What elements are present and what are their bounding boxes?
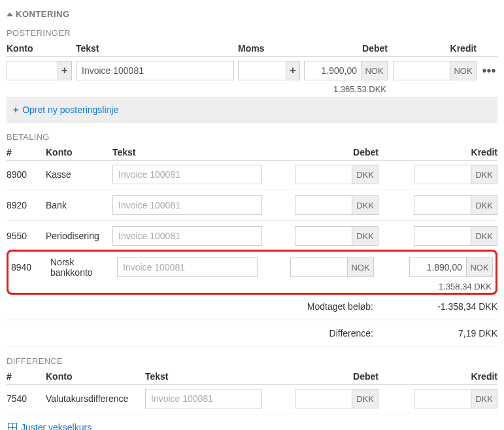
row-menu-button[interactable]: ••• [482,63,496,78]
payment-row: 8920 Bank DKK DKK [7,193,497,218]
betaling-title: BETALING [7,132,497,142]
section-title: KONTERING [16,9,70,19]
payment-row: 8900 Kasse DKK DKK [7,162,497,187]
plus-icon: + [13,105,18,115]
debet-input[interactable] [295,226,352,246]
table-icon [8,423,17,430]
hdr-kredit: Kredit [382,371,497,382]
kredit-input[interactable] [393,61,450,80]
converted-amount: 1.358,34 DKK [11,282,493,291]
row-num: 8920 [7,200,42,210]
hdr-konto: Konto [7,43,72,54]
tekst-input[interactable] [112,195,262,215]
row-konto: Kasse [46,169,109,180]
summary-row: Difference: 7,19 DKK [7,323,497,344]
highlighted-payment-row: 8940 Norsk bankkonto NOK NOK 1.358,34 DK… [7,250,497,295]
currency-badge: NOK [361,61,388,80]
summary-value: -1.358,34 DKK [393,301,497,312]
payment-row: 9550 Periodisering DKK DKK [7,223,497,248]
currency-badge: DKK [471,165,497,184]
posteringer-header-row: Konto Tekst Moms Debet Kredit [7,41,497,56]
kredit-input[interactable] [409,257,467,277]
currency-badge: DKK [471,389,497,408]
currency-badge: DKK [352,165,378,184]
row-konto: Valutakursdifference [46,393,141,404]
row-num: 8940 [11,262,46,273]
add-posting-label: Opret ny posteringslinje [22,105,118,115]
caret-up-icon [7,12,13,16]
summary-value: 7,19 DKK [393,328,497,339]
posting-row: + + NOK NOK ••• [7,58,497,83]
summary-label: Difference: [262,328,393,339]
tekst-input[interactable] [76,61,234,80]
hdr-debet: Debet [266,147,378,157]
difference-title: DIFFERENCE [7,356,497,366]
hdr-num: # [7,147,42,157]
hdr-tekst: Tekst [145,371,262,382]
row-konto: Bank [46,200,109,210]
summary-row: Modtaget beløb: -1.358,34 DKK [7,296,497,317]
tekst-input[interactable] [112,226,262,246]
hdr-debet: Debet [304,43,388,54]
kredit-input[interactable] [414,226,471,246]
currency-badge: DKK [471,226,497,246]
hdr-konto: Konto [46,147,109,157]
converted-amount: 1.365,53 DKK [7,84,497,94]
adjust-rate-link[interactable]: Juster vekselkurs [8,422,497,430]
currency-badge: DKK [352,226,378,246]
row-num: 9550 [7,231,42,241]
tekst-input[interactable] [112,165,262,184]
difference-header-row: # Konto Tekst Debet Kredit [7,369,497,384]
currency-badge: NOK [348,257,374,277]
summary-label: Modtaget beløb: [262,301,393,312]
moms-add-button[interactable]: + [286,61,300,80]
row-num: 8900 [7,169,42,180]
hdr-tekst: Tekst [76,43,234,54]
hdr-moms: Moms [238,43,300,54]
currency-badge: NOK [450,61,477,80]
hdr-kredit: Kredit [382,147,497,157]
adjust-rate-label: Juster vekselkurs [21,422,92,430]
konto-add-button[interactable]: + [58,61,72,80]
add-posting-line[interactable]: + Opret ny posteringslinje [7,97,497,123]
debet-input[interactable] [295,389,352,408]
posteringer-title: POSTERINGER [7,28,497,38]
currency-badge: NOK [467,257,493,277]
row-konto: Periodisering [46,231,109,241]
currency-badge: DKK [471,195,497,215]
kredit-input[interactable] [414,389,471,408]
konto-input[interactable] [7,61,58,80]
plus-icon: + [61,64,68,77]
kredit-input[interactable] [414,195,471,215]
hdr-num: # [7,371,42,382]
row-num: 7540 [7,393,42,404]
debet-input[interactable] [295,195,352,215]
difference-row: 7540 Valutakursdifference DKK DKK [7,386,497,411]
debet-input[interactable] [304,61,361,80]
row-konto: Norsk bankkonto [50,257,113,278]
tekst-input[interactable] [145,389,262,408]
section-header[interactable]: KONTERING [7,9,497,19]
tekst-input[interactable] [117,257,258,277]
currency-badge: DKK [352,195,378,215]
betaling-header-row: # Konto Tekst Debet Kredit [7,144,497,160]
hdr-tekst: Tekst [112,147,262,157]
hdr-konto: Konto [46,371,141,382]
currency-badge: DKK [352,389,378,408]
debet-input[interactable] [290,257,348,277]
hdr-debet: Debet [266,371,378,382]
plus-icon: + [290,64,296,77]
kredit-input[interactable] [414,165,471,184]
debet-input[interactable] [295,165,352,184]
hdr-kredit: Kredit [392,43,477,54]
moms-input[interactable] [238,61,286,80]
